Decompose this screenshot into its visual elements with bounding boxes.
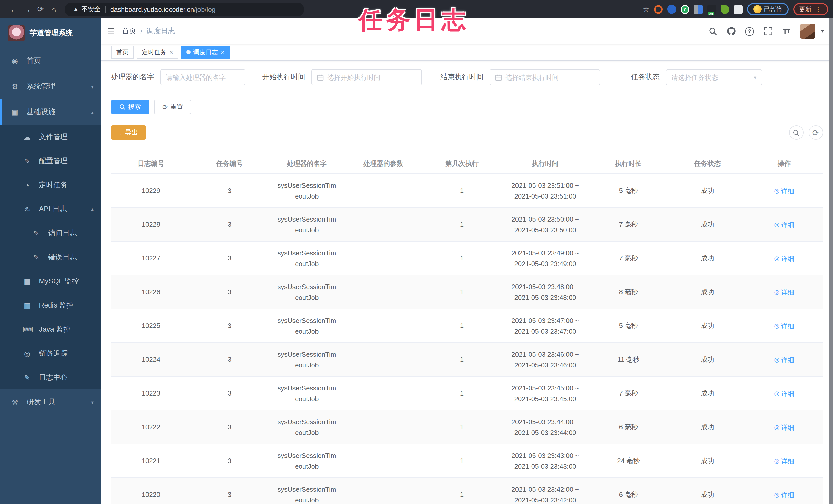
tab-scheduled-jobs[interactable]: 定时任务 ✕	[137, 46, 178, 59]
user-avatar[interactable]	[800, 24, 815, 39]
detail-link[interactable]: ◎详细	[774, 287, 794, 298]
search-button[interactable]: 搜索	[111, 100, 149, 114]
detail-link[interactable]: ◎详细	[774, 388, 794, 399]
filter-form: 处理器的名字 开始执行时间	[111, 69, 823, 85]
breadcrumb-current: 调度日志	[146, 27, 175, 36]
forward-icon[interactable]: →	[21, 5, 34, 14]
handler-param-cell	[345, 289, 421, 295]
detail-link[interactable]: ◎详细	[774, 219, 794, 230]
detail-link[interactable]: ◎详细	[774, 422, 794, 433]
caret-down-icon[interactable]: ▼	[820, 29, 825, 34]
sidebar-item-access-log[interactable]: ✎ 访问日志	[0, 221, 101, 245]
kebab-menu-icon[interactable]: ⋮	[815, 6, 822, 13]
hamburger-icon[interactable]: ☰	[107, 26, 115, 36]
job-id-cell: 3	[191, 452, 268, 469]
tab-home[interactable]: 首页	[111, 46, 134, 59]
sidebar-item-config-manage[interactable]: ✎ 配置管理	[0, 149, 101, 173]
chevron-down-icon: ▾	[754, 74, 757, 80]
tab-job-log[interactable]: 调度日志 ✕	[182, 46, 230, 59]
log-id-cell: 10222	[111, 419, 191, 435]
app-logo-row[interactable]: 芋道管理系统	[0, 19, 101, 48]
refresh-table-button[interactable]: ⟳	[808, 125, 823, 140]
handler-name-cell: sysUserSessionTimeoutJob	[268, 244, 345, 272]
gear-icon: ⚙	[10, 82, 20, 91]
view-eye-icon: ◎	[774, 489, 780, 500]
action-cell: ◎详细	[746, 216, 823, 233]
job-status-select[interactable]: ▾	[666, 69, 762, 85]
sidebar-item-java-monitor[interactable]: ⌨ Java 监控	[0, 317, 101, 341]
breadcrumb-home[interactable]: 首页	[122, 27, 137, 36]
fullscreen-icon[interactable]	[763, 26, 773, 36]
search-icon[interactable]	[708, 26, 718, 36]
sidebar-item-log-center[interactable]: ✎ 日志中心	[0, 366, 101, 389]
github-icon[interactable]	[726, 26, 736, 36]
calendar-icon	[317, 74, 324, 81]
bookmark-star-icon[interactable]: ☆	[643, 5, 649, 13]
handler-name-input-box	[160, 69, 245, 85]
sidebar-item-trace[interactable]: ◎ 链路追踪	[0, 341, 101, 366]
security-label: 不安全	[81, 5, 101, 14]
detail-link[interactable]: ◎详细	[774, 456, 794, 467]
paused-badge[interactable]: 已暂停	[747, 3, 788, 15]
table-row: 10220 3 sysUserSessionTimeoutJob 1 2021-…	[111, 478, 823, 504]
help-icon[interactable]: ?	[744, 26, 755, 36]
execute-index-cell: 1	[422, 351, 503, 368]
close-icon[interactable]: ✕	[169, 49, 173, 55]
reload-icon[interactable]: ⟳	[34, 5, 47, 14]
log-id-cell: 10228	[111, 216, 191, 233]
execute-time-cell: 2021-05-03 23:42:00 ~2021-05-03 23:42:00	[502, 481, 588, 504]
sidebar-item-mysql-monitor[interactable]: ▤ MySQL 监控	[0, 269, 101, 293]
url-bar[interactable]: ▲ 不安全 dashboard.yudao.iocoder.cn/job/log	[65, 2, 304, 16]
extension-y-icon[interactable]: Y	[681, 5, 689, 14]
job-status-input[interactable]	[671, 73, 751, 81]
toggle-search-button[interactable]	[789, 125, 803, 140]
extension-pin-icon[interactable]	[667, 5, 676, 14]
table-row: 10227 3 sysUserSessionTimeoutJob 1 2021-…	[111, 242, 823, 275]
detail-link[interactable]: ◎详细	[774, 321, 794, 331]
sidebar-item-api-log[interactable]: ✍ API 日志 ▴	[0, 197, 101, 221]
export-button[interactable]: ↓ 导出	[111, 125, 146, 140]
sidebar-item-dev-tools[interactable]: ⚒ 研发工具 ▾	[0, 389, 101, 415]
handler-name-cell: sysUserSessionTimeoutJob	[268, 278, 345, 306]
end-time-input[interactable]	[505, 73, 595, 81]
detail-link[interactable]: ◎详细	[774, 185, 794, 196]
update-badge[interactable]: 更新 ⋮	[793, 3, 828, 15]
reset-button[interactable]: ⟳ 重置	[154, 100, 191, 114]
log-id-cell: 10221	[111, 452, 191, 469]
log-id-cell: 10229	[111, 182, 191, 199]
mysql-monitor-icon: ▤	[23, 277, 32, 285]
extension-leaf-icon[interactable]	[720, 5, 729, 14]
view-eye-icon: ◎	[774, 253, 780, 264]
detail-link[interactable]: ◎详细	[774, 253, 794, 264]
access-log-icon: ✎	[32, 229, 41, 237]
action-cell: ◎详细	[746, 418, 823, 436]
view-eye-icon: ◎	[774, 422, 780, 433]
sidebar-item-infrastructure[interactable]: ▣ 基础设施 ▴	[0, 99, 101, 125]
sidebar-item-system[interactable]: ⚙ 系统管理 ▾	[0, 74, 101, 99]
table-row: 10225 3 sysUserSessionTimeoutJob 1 2021-…	[111, 309, 823, 343]
extension-grid-icon[interactable]	[694, 5, 703, 14]
font-size-icon[interactable]: TT	[781, 26, 791, 36]
browser-scrollbar[interactable]	[829, 19, 833, 504]
extension-on-icon[interactable]: on	[707, 5, 716, 14]
detail-link[interactable]: ◎详细	[774, 354, 794, 365]
extension-puzzle-icon[interactable]	[734, 5, 742, 14]
handler-name-input[interactable]	[166, 73, 240, 81]
sidebar-item-home[interactable]: ◉ 首页	[0, 48, 101, 74]
job-id-cell: 3	[191, 182, 268, 199]
detail-link[interactable]: ◎详细	[774, 489, 794, 500]
status-cell: 成功	[669, 182, 746, 199]
duration-cell: 24 毫秒	[588, 452, 669, 469]
java-monitor-icon: ⌨	[23, 325, 32, 333]
home-icon[interactable]: ⌂	[47, 5, 61, 14]
start-time-input[interactable]	[327, 73, 416, 81]
back-icon[interactable]: ←	[7, 5, 21, 14]
sidebar-item-error-log[interactable]: ✎ 错误日志	[0, 245, 101, 269]
handler-name-cell: sysUserSessionTimeoutJob	[268, 481, 345, 504]
extension-ring-icon[interactable]	[654, 5, 663, 14]
close-icon[interactable]: ✕	[220, 49, 225, 55]
sidebar-item-scheduled-jobs[interactable]: ◔ 定时任务	[0, 173, 101, 197]
execute-index-cell: 1	[422, 486, 503, 503]
sidebar-item-file-manage[interactable]: ☁ 文件管理	[0, 125, 101, 149]
sidebar-item-redis-monitor[interactable]: ▥ Redis 监控	[0, 293, 101, 317]
